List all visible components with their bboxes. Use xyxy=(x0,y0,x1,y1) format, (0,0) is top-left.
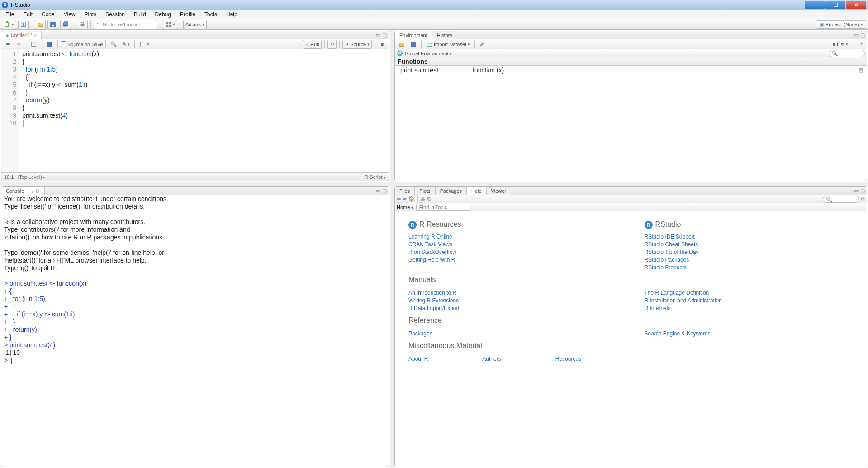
tab-history[interactable]: History xyxy=(432,31,457,39)
minimize-pane-icon[interactable]: ▭ xyxy=(854,32,859,38)
link-getting-help[interactable]: Getting Help with R xyxy=(408,257,617,263)
link-about-r[interactable]: About R xyxy=(408,356,428,362)
link-misc-resources[interactable]: Resources xyxy=(555,356,581,362)
refresh-env-button[interactable]: ⟳ xyxy=(856,40,865,49)
vertical-splitter[interactable] xyxy=(390,186,394,468)
save-all-button[interactable] xyxy=(60,20,71,29)
link-packages[interactable]: Packages xyxy=(408,330,617,337)
maximize-pane-icon[interactable]: ▢ xyxy=(382,188,387,194)
save-button[interactable] xyxy=(47,20,58,29)
tab-help[interactable]: Help xyxy=(467,187,487,195)
console-output[interactable]: You are welcome to redistribute it under… xyxy=(1,195,389,467)
find-button[interactable]: 🔍 xyxy=(109,40,119,49)
goto-file-input[interactable]: ↪Go to file/function xyxy=(94,20,157,29)
menu-tools[interactable]: Tools xyxy=(200,10,222,19)
rerun-button[interactable]: ↻ xyxy=(327,40,337,49)
source-on-save-checkbox[interactable]: Source on Save xyxy=(61,41,103,47)
help-print-button[interactable]: 🖶 xyxy=(421,196,426,202)
menu-view[interactable]: View xyxy=(59,10,80,19)
import-dataset-button[interactable]: Import Dataset xyxy=(424,40,472,49)
minimize-pane-icon[interactable]: ▭ xyxy=(376,32,380,38)
forward-button[interactable]: ➡ xyxy=(14,40,23,49)
menu-session[interactable]: Session xyxy=(101,10,129,19)
save-workspace-button[interactable] xyxy=(408,40,418,49)
help-popout-button[interactable]: ⧉ xyxy=(427,196,431,202)
close-tab-icon[interactable]: × xyxy=(34,33,37,38)
link-rstudio-tip[interactable]: RStudio Tip of the Day xyxy=(645,249,854,255)
open-file-button[interactable] xyxy=(35,20,46,29)
source-editor[interactable]: 12345678910 print.sum.test <- function(x… xyxy=(1,49,389,172)
help-search-input[interactable] xyxy=(823,196,859,203)
outline-button[interactable]: ≡ xyxy=(378,40,387,49)
run-button[interactable]: ➔Run xyxy=(303,40,322,49)
link-intro-to-r[interactable]: An Introduction to R xyxy=(408,290,617,296)
language-selector[interactable]: R Script xyxy=(365,174,386,180)
link-writing-extensions[interactable]: Writing R Extensions xyxy=(408,297,617,304)
window-minimize-button[interactable]: — xyxy=(805,1,825,9)
clear-workspace-button[interactable] xyxy=(478,40,488,49)
menu-debug[interactable]: Debug xyxy=(151,10,175,19)
save-source-button[interactable] xyxy=(45,40,55,49)
wand-button[interactable]: ✎ xyxy=(120,40,132,49)
link-search-engine[interactable]: Search Engine & Keywords xyxy=(645,330,854,337)
source-button[interactable]: ➔Source xyxy=(342,40,372,49)
link-r-stackoverflow[interactable]: R on StackOverflow xyxy=(408,249,617,255)
view-function-icon[interactable]: ▦ xyxy=(858,67,867,73)
link-data-import-export[interactable]: R Data Import/Export xyxy=(408,305,617,311)
help-home-button[interactable]: 🏠 xyxy=(408,196,415,202)
env-scope-selector[interactable]: Global Environment xyxy=(405,51,452,56)
horizontal-splitter[interactable] xyxy=(0,182,868,186)
source-tab-untitled1[interactable]: ● Untitled1* × xyxy=(1,32,42,39)
link-learning-r[interactable]: Learning R Online xyxy=(408,234,617,240)
view-mode-selector[interactable]: ≡ List xyxy=(830,40,850,49)
minimize-pane-icon[interactable]: ▭ xyxy=(376,188,380,194)
refresh-help-button[interactable]: ⟳ xyxy=(861,196,865,202)
help-home-crumb[interactable]: Home xyxy=(397,205,413,210)
minimize-pane-icon[interactable]: ▭ xyxy=(854,188,859,194)
find-in-topic-input[interactable] xyxy=(416,204,470,211)
new-project-button[interactable] xyxy=(18,20,29,29)
load-workspace-button[interactable] xyxy=(397,40,407,49)
tab-viewer[interactable]: Viewer xyxy=(487,187,511,195)
help-content[interactable]: RR Resources Learning R Online CRAN Task… xyxy=(395,211,867,467)
menu-edit[interactable]: Edit xyxy=(19,10,37,19)
link-install-admin[interactable]: R Installation and Administration xyxy=(645,297,854,304)
maximize-pane-icon[interactable]: ▢ xyxy=(860,32,865,38)
console-prompt[interactable]: > xyxy=(4,357,9,364)
menu-plots[interactable]: Plots xyxy=(80,10,101,19)
print-button[interactable] xyxy=(77,20,88,29)
menu-file[interactable]: File xyxy=(1,10,19,19)
window-maximize-button[interactable]: ☐ xyxy=(825,1,845,9)
show-in-new-window-button[interactable] xyxy=(29,40,39,49)
link-rstudio-cheatsheets[interactable]: RStudio Cheat Sheets xyxy=(645,241,854,248)
link-rstudio-products[interactable]: RStudio Products xyxy=(645,264,854,271)
scope-selector[interactable]: (Top Level) xyxy=(17,174,45,180)
env-search-input[interactable] xyxy=(829,50,865,57)
link-rstudio-support[interactable]: RStudio IDE Support xyxy=(645,234,854,240)
link-cran-task-views[interactable]: CRAN Task Views xyxy=(408,241,617,248)
console-options-icon[interactable]: ⚙ xyxy=(35,188,40,194)
addins-button[interactable]: Addins xyxy=(183,20,207,29)
grid-view-button[interactable] xyxy=(163,20,177,29)
link-r-internals[interactable]: R Internals xyxy=(645,305,854,311)
source-code[interactable]: print.sum.test <- function(x) { for (i i… xyxy=(19,49,102,172)
help-forward-button[interactable]: ➡ xyxy=(403,196,407,202)
back-button[interactable]: ⬅ xyxy=(3,40,12,49)
menu-profile[interactable]: Profile xyxy=(175,10,200,19)
compile-report-button[interactable] xyxy=(138,40,151,49)
menu-build[interactable]: Build xyxy=(129,10,151,19)
tab-environment[interactable]: Environment xyxy=(395,32,432,39)
link-rstudio-packages[interactable]: RStudio Packages xyxy=(645,257,854,263)
project-selector[interactable]: ▣Project: (None) xyxy=(816,20,866,29)
maximize-pane-icon[interactable]: ▢ xyxy=(860,188,865,194)
window-close-button[interactable]: ✕ xyxy=(846,1,866,9)
menu-help[interactable]: Help xyxy=(222,10,242,19)
help-back-button[interactable]: ⬅ xyxy=(397,196,401,202)
env-row[interactable]: print.sum.test function (x) xyxy=(395,66,509,75)
link-authors[interactable]: Authors xyxy=(482,356,501,362)
vertical-splitter[interactable] xyxy=(390,30,394,182)
menu-code[interactable]: Code xyxy=(37,10,59,19)
tab-packages[interactable]: Packages xyxy=(436,187,467,195)
maximize-pane-icon[interactable]: ▢ xyxy=(382,32,387,38)
link-lang-definition[interactable]: The R Language Definition xyxy=(645,290,854,296)
